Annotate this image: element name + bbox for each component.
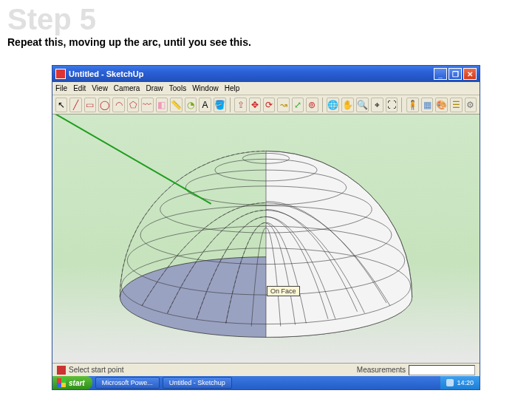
clock: 14:20 [457,379,474,386]
xp-taskbar: start Microsoft Powe... Untitled - Sketc… [52,376,480,389]
scale-tool-icon[interactable]: ⤢ [292,98,304,112]
paint-tool-icon[interactable]: 🪣 [214,98,226,112]
windows-flag-icon [57,378,66,387]
app-name: SketchUp [106,69,144,78]
maximize-button[interactable]: ❐ [449,68,462,80]
model-info-icon[interactable]: 🧍 [406,98,419,112]
materials-icon[interactable]: 🎨 [435,98,448,112]
menu-help[interactable]: Help [225,84,240,92]
measurements-input[interactable] [409,365,475,375]
start-label: start [69,379,85,387]
menu-tools[interactable]: Tools [169,84,186,92]
orbit-tool-icon[interactable]: 🌐 [327,98,339,112]
title-sep: - [99,69,106,78]
cursor-tooltip: On Face [267,286,300,296]
pan-tool-icon[interactable]: ✋ [341,98,354,112]
sketchup-window: Untitled - SketchUp _ ❐ ✕ File Edit View… [52,65,480,390]
minimize-button[interactable]: _ [434,68,447,80]
statusbar: Select start point Measurements [52,363,480,376]
select-tool-icon[interactable]: ↖ [55,98,67,112]
measurements-label: Measurements [357,366,406,374]
menu-view[interactable]: View [92,84,108,92]
rectangle-tool-icon[interactable]: ▭ [84,98,96,112]
pushpull-tool-icon[interactable]: ⇪ [234,98,246,112]
rotate-tool-icon[interactable]: ⟳ [263,98,275,112]
dome-model [52,115,480,363]
component-icon[interactable]: ▦ [421,98,433,112]
settings-icon[interactable]: ⚙ [465,98,477,112]
zoom-window-tool-icon[interactable]: ⌖ [371,98,383,112]
followme-tool-icon[interactable]: ↝ [277,98,289,112]
app-icon [55,69,66,79]
text-tool-icon[interactable]: A [199,98,211,112]
taskbar-item-powerpoint[interactable]: Microsoft Powe... [95,377,160,389]
eraser-tool-icon[interactable]: ◧ [156,98,168,112]
status-hint: Select start point [69,366,123,374]
system-tray[interactable]: 14:20 [440,376,480,389]
zoom-extents-tool-icon[interactable]: ⛶ [386,98,398,112]
polygon-tool-icon[interactable]: ⬠ [127,98,139,112]
doc-title: Untitled [69,69,99,78]
menu-window[interactable]: Window [192,84,219,92]
status-icon [57,366,66,375]
toolbar: ↖ ╱ ▭ ◯ ◠ ⬠ 〰 ◧ 📏 ◔ A 🪣 ⇪ ✥ ⟳ ↝ ⤢ ⊚ 🌐 ✋ … [52,95,480,115]
tape-tool-icon[interactable]: 📏 [170,98,183,112]
arc-tool-icon[interactable]: ◠ [112,98,124,112]
menu-camera[interactable]: Camera [114,84,140,92]
taskbar-item-sketchup[interactable]: Untitled - Sketchup [163,377,232,389]
menu-file[interactable]: File [55,84,67,92]
protractor-tool-icon[interactable]: ◔ [185,98,197,112]
freehand-tool-icon[interactable]: 〰 [141,98,153,112]
menubar: File Edit View Camera Draw Tools Window … [52,82,480,95]
step-caption: Repeat this, moving up the arc, until yo… [0,36,532,52]
offset-tool-icon[interactable]: ⊚ [306,98,318,112]
start-button[interactable]: start [52,376,92,389]
move-tool-icon[interactable]: ✥ [249,98,261,112]
menu-edit[interactable]: Edit [73,84,86,92]
titlebar: Untitled - SketchUp _ ❐ ✕ [52,66,480,82]
line-tool-icon[interactable]: ╱ [69,98,81,112]
menu-draw[interactable]: Draw [146,84,163,92]
zoom-tool-icon[interactable]: 🔍 [356,98,369,112]
viewport[interactable]: On Face [52,115,480,363]
step-title: Step 5 [0,0,532,36]
circle-tool-icon[interactable]: ◯ [98,98,110,112]
layers-icon[interactable]: ☰ [450,98,462,112]
close-button[interactable]: ✕ [463,68,477,80]
tray-icon[interactable] [446,379,454,386]
